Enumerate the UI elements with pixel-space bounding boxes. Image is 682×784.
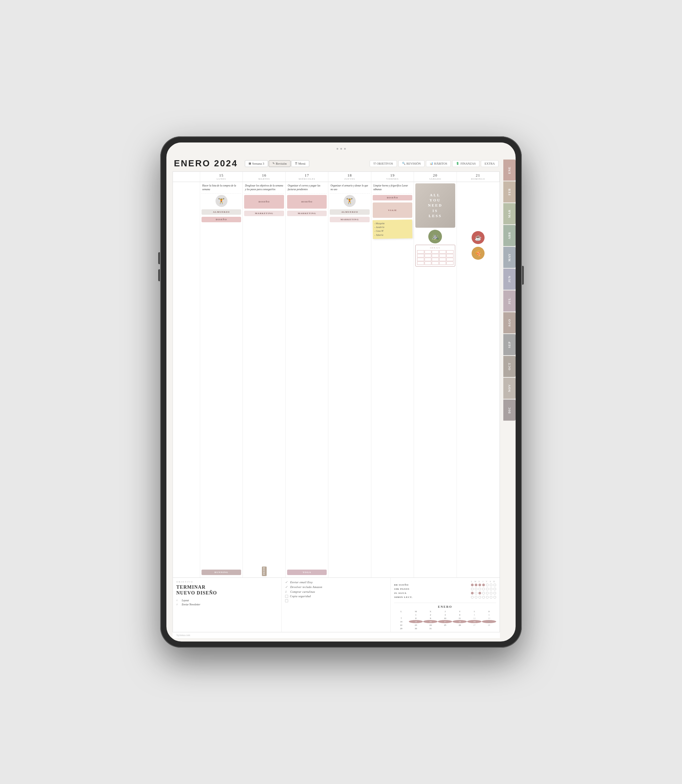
done-badge: DONE <box>262 566 267 576</box>
footer-credit: byinma.com <box>172 632 500 638</box>
objetivo-title: TERMINARNUEVO DISEÑO <box>176 585 278 596</box>
checklist-panel: ✓ Enviar email Etsy ✓ Devolver teclado A… <box>282 578 390 632</box>
nav-habitos[interactable]: 📊 HÁBITOS <box>426 160 451 167</box>
check-3: 1 Comprar cartulinas <box>285 590 387 593</box>
bottom-section: OBJETIVO TERMINARNUEVO DISEÑO 1. Layout … <box>173 577 500 632</box>
day-domingo: ☕ 🍕 <box>457 182 500 577</box>
jueves-almuerzo: ALMUERZO <box>330 209 369 215</box>
sticker-coffee: ☕ <box>472 231 484 244</box>
mini-cal-title: ENERO <box>394 605 496 609</box>
nav-tabs: ☑ OBJETIVOS 🔍 REVISIÓN 📊 HÁBITOS 💲 FINAN… <box>370 160 499 167</box>
jueves-note: Organizar el armario y donar lo que no u… <box>330 183 369 192</box>
task-1: 1. Layout <box>176 599 278 602</box>
dot <box>494 588 496 590</box>
day-viernes: Limpiar horno y frigorífico Lavar sábana… <box>371 182 414 577</box>
dot <box>471 588 474 590</box>
day-sabado: ALLYOUNEEDISLESS ⛰️ IDEAS <box>414 182 457 577</box>
sensor-dot <box>340 148 342 149</box>
sticker-pizza: 🍕 <box>472 247 484 260</box>
mini-calendar: L M X J V S D 1 2 3 <box>394 610 496 630</box>
dot <box>490 592 492 595</box>
lunes-almuerzo: ALMUERZO <box>202 209 241 215</box>
miercoles-diseno: DISEÑO <box>287 195 327 208</box>
ideas-label: IDEAS <box>417 246 453 249</box>
nav-extra[interactable]: EXTRA <box>481 160 499 167</box>
header-sabado: 20 SÁBADO <box>414 172 457 182</box>
tab-mar[interactable]: MAR <box>503 203 516 224</box>
tab-semana[interactable]: ▦ Semana 3 <box>245 160 268 167</box>
day-headers: 15 LUNES 16 MARTES 17 MIÉRCOLES 18 JUEVE… <box>173 172 500 182</box>
dot <box>475 584 477 586</box>
tab-menu[interactable]: ☰ Menú <box>291 160 309 167</box>
sticky-note: - Mezquita- Jandería- Casa M- Tabería <box>372 219 412 239</box>
photo-placeholder: ALLYOUNEEDISLESS <box>415 183 455 228</box>
objetivo-panel: OBJETIVO TERMINARNUEVO DISEÑO 1. Layout … <box>173 578 282 632</box>
habit-agua: 2L AGUA <box>394 592 496 595</box>
task-2: 2. Enviar Newsletter <box>176 603 278 606</box>
nav-objetivos[interactable]: ☑ OBJETIVOS <box>370 160 397 167</box>
volume-button <box>158 252 160 264</box>
tab-ago[interactable]: AGO <box>503 312 516 333</box>
tab-may[interactable]: MAY <box>503 247 516 268</box>
martes-diseno: DISEÑO <box>244 195 284 208</box>
dot <box>471 584 474 586</box>
volume-button-2 <box>158 269 160 281</box>
header-tabs: ▦ Semana 3 ✎ Revisión ☰ Menú <box>245 160 309 167</box>
nav-finanzas[interactable]: 💲 FINANZAS <box>452 160 480 167</box>
dot <box>478 592 481 595</box>
check-4: Copia seguridad <box>285 595 387 598</box>
dot <box>494 596 496 599</box>
month-title: ENERO 2024 <box>174 158 238 169</box>
tab-feb[interactable]: FEB <box>503 181 516 202</box>
sticker-dumbbell: 🏋️ <box>215 195 228 207</box>
day-jueves: Organizar el armario y donar lo que no u… <box>328 182 371 577</box>
month-tabs: ENE FEB MAR ABR MAY JUN JUL AGO SEP OCT … <box>503 159 516 421</box>
header-lunes: 15 LUNES <box>200 172 243 182</box>
tab-abr[interactable]: ABR <box>503 225 516 246</box>
dot <box>482 596 485 599</box>
time-column <box>173 182 200 577</box>
header-viernes: 19 VIERNES <box>371 172 414 182</box>
camera-area <box>336 148 346 149</box>
calendar-body: Hacer la lista de la compra de la semana… <box>173 182 500 577</box>
dot <box>486 596 489 599</box>
dot <box>490 588 492 590</box>
dot <box>478 596 481 599</box>
lunes-diseno: DISEÑO <box>202 217 241 222</box>
week-label <box>173 172 200 182</box>
viernes-note: Limpiar horno y frigorífico Lavar sábana… <box>373 183 412 192</box>
tab-jun[interactable]: JUN <box>503 269 516 290</box>
lunes-note: Hacer la lista de la compra de la semana <box>202 183 241 192</box>
dot <box>482 584 485 586</box>
dot <box>490 584 492 586</box>
habit-lectura: 30MIN LECT. <box>394 596 496 599</box>
dot <box>475 588 477 590</box>
dot <box>471 592 474 595</box>
tab-nov[interactable]: NOV <box>503 378 516 399</box>
tab-revision[interactable]: ✎ Revisión <box>269 160 290 167</box>
dot <box>478 588 481 590</box>
miercoles-marketing: MARKETING <box>287 211 327 216</box>
ideas-box: IDEAS <box>415 245 455 267</box>
nav-revision[interactable]: 🔍 REVISIÓN <box>398 160 425 167</box>
habit-pasos: 10K PASOS <box>394 588 496 590</box>
habit-sueno: 8H SUEÑO <box>394 584 496 586</box>
planner: ENERO 2024 ▦ Semana 3 ✎ Revisión ☰ <box>166 155 516 641</box>
tab-oct[interactable]: OCT <box>503 356 516 377</box>
tab-jul[interactable]: JUL <box>503 290 516 312</box>
dot <box>482 588 485 590</box>
dot <box>490 596 492 599</box>
tab-ene[interactable]: ENE <box>503 159 516 181</box>
check-5 <box>285 599 387 602</box>
dot <box>475 596 477 599</box>
dot <box>486 592 489 595</box>
martes-note: Desglosar los objetivos de la semana y l… <box>244 183 284 192</box>
dot <box>478 584 481 586</box>
sticker-dumbbell-2: 🏋️ <box>344 195 356 207</box>
tab-dic[interactable]: DIC <box>503 399 516 421</box>
viernes-viaje: VIAJE <box>373 202 412 218</box>
dot <box>482 592 485 595</box>
check-1: ✓ Enviar email Etsy <box>285 580 387 584</box>
camera-dot <box>336 148 338 149</box>
tab-sep[interactable]: SEP <box>503 334 516 355</box>
